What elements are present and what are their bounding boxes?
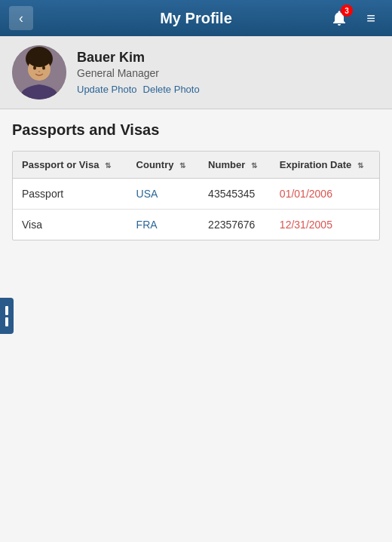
cell-number: 43545345 <box>199 179 271 210</box>
back-icon: ‹ <box>19 11 23 26</box>
col-header-passport-or-visa[interactable]: Passport or Visa ⇅ <box>13 152 127 179</box>
notification-badge: 3 <box>341 5 353 17</box>
update-photo-link[interactable]: Update Photo <box>77 84 137 95</box>
header: ‹ My Profile 3 ≡ <box>0 0 392 36</box>
back-button[interactable]: ‹ <box>9 6 33 30</box>
notification-button[interactable]: 3 <box>327 6 351 30</box>
avatar <box>12 45 66 100</box>
cell-expiration-date: 12/31/2005 <box>271 210 379 240</box>
sort-icon-number: ⇅ <box>251 161 257 170</box>
col-header-expiration[interactable]: Expiration Date ⇅ <box>271 152 379 179</box>
cell-country: USA <box>127 179 200 210</box>
profile-photo-links: Update Photo Delete Photo <box>77 84 200 95</box>
sort-icon-passport: ⇅ <box>105 161 111 170</box>
cell-passport-or-visa: Passport <box>13 179 127 210</box>
hamburger-icon: ≡ <box>366 10 375 27</box>
delete-photo-link[interactable]: Delete Photo <box>143 84 200 95</box>
col-header-number[interactable]: Number ⇅ <box>199 152 271 179</box>
col-header-country[interactable]: Country ⇅ <box>127 152 200 179</box>
sort-icon-expiration: ⇅ <box>357 161 363 170</box>
side-panel-handle[interactable] <box>0 298 14 334</box>
cell-passport-or-visa: Visa <box>13 210 127 240</box>
passports-table-container: Passport or Visa ⇅ Country ⇅ Number ⇅ Ex… <box>12 151 380 240</box>
profile-job-title: General Manager <box>77 67 200 79</box>
table-row[interactable]: PassportUSA4354534501/01/2006 <box>13 179 379 210</box>
table-body: PassportUSA4354534501/01/2006VisaFRA2235… <box>13 179 379 240</box>
passports-table: Passport or Visa ⇅ Country ⇅ Number ⇅ Ex… <box>13 152 379 240</box>
side-panel-lines <box>5 306 8 326</box>
menu-button[interactable]: ≡ <box>359 6 383 30</box>
page-title: My Profile <box>160 10 232 27</box>
cell-number: 22357676 <box>199 210 271 240</box>
table-row[interactable]: VisaFRA2235767612/31/2005 <box>13 210 379 240</box>
cell-expiration-date: 01/01/2006 <box>271 179 379 210</box>
avatar-image <box>12 45 66 100</box>
profile-info: Bauer Kim General Manager Update Photo D… <box>77 50 200 95</box>
header-icons: 3 ≡ <box>327 6 383 30</box>
cell-country: FRA <box>127 210 200 240</box>
profile-section: Bauer Kim General Manager Update Photo D… <box>0 36 392 109</box>
table-header-row: Passport or Visa ⇅ Country ⇅ Number ⇅ Ex… <box>13 152 379 179</box>
side-panel-line-2 <box>5 317 8 326</box>
section-title: Passports and Visas <box>12 121 380 139</box>
main-content: Passports and Visas Passport or Visa ⇅ C… <box>0 109 392 253</box>
svg-point-5 <box>38 71 41 72</box>
side-panel-line-1 <box>5 306 8 315</box>
svg-point-6 <box>27 49 51 67</box>
profile-name: Bauer Kim <box>77 50 200 66</box>
sort-icon-country: ⇅ <box>179 161 185 170</box>
